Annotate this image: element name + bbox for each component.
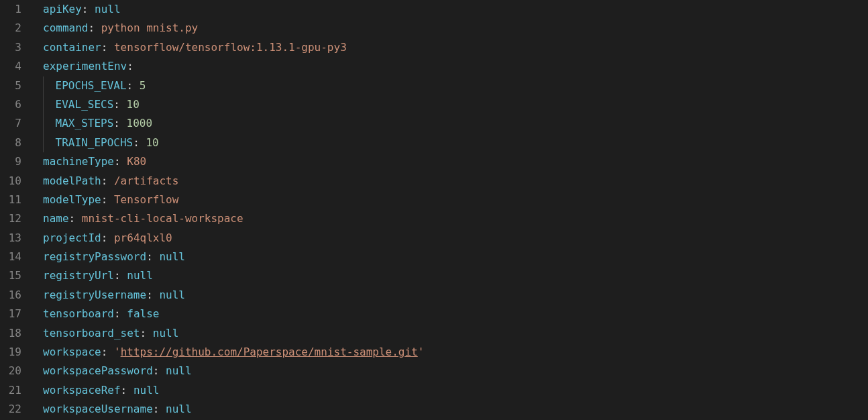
code-line[interactable]: registryUsername: null: [43, 286, 868, 305]
code-line[interactable]: tensorboard_set: null: [43, 324, 868, 343]
line-number: 11: [0, 191, 21, 209]
line-number-gutter: 12345678910111213141516171819202122: [0, 0, 34, 420]
yaml-key: registryPassword: [43, 250, 146, 263]
yaml-value: Tensorflow: [114, 193, 178, 206]
line-number: 21: [0, 381, 21, 400]
yaml-colon: :: [88, 21, 95, 34]
code-editor[interactable]: 12345678910111213141516171819202122 apiK…: [0, 0, 868, 420]
line-number: 20: [0, 362, 21, 380]
yaml-key: modelType: [43, 193, 101, 206]
yaml-value: false: [127, 307, 159, 320]
line-number: 12: [0, 209, 21, 228]
code-line[interactable]: MAX_STEPS: 1000: [43, 114, 868, 133]
yaml-key: machineType: [43, 155, 114, 168]
yaml-value: 1000: [127, 117, 153, 129]
yaml-value: pr64qlxl0: [114, 231, 172, 244]
yaml-colon: :: [101, 193, 108, 206]
code-line[interactable]: tensorboard: false: [43, 305, 868, 323]
yaml-colon: :: [133, 136, 140, 149]
yaml-key: workspace: [43, 346, 101, 358]
yaml-colon: :: [113, 98, 120, 111]
line-number: 5: [0, 76, 21, 95]
line-number: 2: [0, 19, 21, 38]
yaml-colon: :: [127, 79, 133, 92]
code-line[interactable]: workspaceUsername: null: [43, 400, 868, 419]
yaml-colon: :: [101, 231, 108, 244]
yaml-colon: :: [153, 403, 160, 415]
line-number: 3: [0, 38, 21, 57]
yaml-value: null: [159, 288, 185, 301]
code-line[interactable]: apiKey: null: [43, 0, 868, 19]
line-number: 14: [0, 248, 21, 266]
yaml-key: workspaceUsername: [43, 403, 153, 415]
code-line[interactable]: experimentEnv:: [43, 57, 868, 76]
line-number: 10: [0, 172, 21, 191]
code-line[interactable]: EPOCHS_EVAL: 5: [43, 76, 868, 95]
line-number: 1: [0, 0, 21, 19]
code-line[interactable]: name: mnist-cli-local-workspace: [43, 209, 868, 228]
code-line[interactable]: projectId: pr64qlxl0: [43, 229, 868, 248]
yaml-key: apiKey: [43, 3, 82, 15]
yaml-colon: :: [114, 155, 121, 168]
code-line[interactable]: registryUrl: null: [43, 266, 868, 285]
yaml-key: container: [43, 41, 101, 54]
yaml-colon: :: [153, 364, 160, 377]
yaml-colon: :: [146, 288, 153, 301]
yaml-colon: :: [146, 250, 153, 263]
line-number: 17: [0, 305, 21, 323]
yaml-value: null: [127, 269, 153, 282]
yaml-value: null: [159, 250, 185, 263]
yaml-colon: :: [82, 3, 89, 15]
yaml-value: 'https://github.com/Paperspace/mnist-sam…: [114, 346, 424, 358]
yaml-key: registryUrl: [43, 269, 114, 282]
url-link[interactable]: https://github.com/Paperspace/mnist-samp…: [121, 346, 418, 358]
yaml-key: modelPath: [43, 174, 101, 187]
yaml-colon: :: [114, 269, 121, 282]
yaml-value: null: [166, 403, 192, 415]
yaml-value: 10: [146, 136, 158, 149]
yaml-value: mnist-cli-local-workspace: [82, 212, 243, 225]
yaml-key: EPOCHS_EVAL: [56, 79, 127, 92]
yaml-key: TRAIN_EPOCHS: [56, 136, 133, 149]
yaml-key: name: [43, 212, 69, 225]
line-number: 8: [0, 134, 21, 152]
yaml-key: command: [43, 21, 88, 34]
yaml-value: 10: [127, 98, 140, 111]
yaml-value: tensorflow/tensorflow:1.13.1-gpu-py3: [114, 41, 347, 54]
yaml-key: workspaceRef: [43, 384, 121, 397]
line-number: 19: [0, 343, 21, 362]
line-number: 6: [0, 95, 21, 114]
yaml-colon: :: [121, 384, 127, 397]
yaml-colon: :: [69, 212, 76, 225]
code-line[interactable]: workspacePassword: null: [43, 362, 868, 380]
line-number: 22: [0, 400, 21, 419]
yaml-key: tensorboard: [43, 307, 114, 320]
code-line[interactable]: TRAIN_EPOCHS: 10: [43, 134, 868, 152]
yaml-value: K80: [127, 155, 146, 168]
line-number: 9: [0, 152, 21, 171]
yaml-colon: :: [114, 307, 121, 320]
yaml-key: MAX_STEPS: [56, 117, 114, 129]
yaml-colon: :: [101, 174, 108, 187]
code-line[interactable]: EVAL_SECS: 10: [43, 95, 868, 114]
yaml-colon: :: [140, 327, 147, 339]
code-line[interactable]: command: python mnist.py: [43, 19, 868, 38]
code-line[interactable]: modelType: Tensorflow: [43, 191, 868, 209]
code-line[interactable]: container: tensorflow/tensorflow:1.13.1-…: [43, 38, 868, 57]
line-number: 7: [0, 114, 21, 133]
line-number: 4: [0, 57, 21, 76]
yaml-value: null: [153, 327, 179, 339]
yaml-value: null: [95, 3, 121, 15]
yaml-value: python mnist.py: [101, 21, 199, 34]
code-line[interactable]: workspaceRef: null: [43, 381, 868, 400]
line-number: 16: [0, 286, 21, 305]
code-line[interactable]: workspace: 'https://github.com/Paperspac…: [43, 343, 868, 362]
yaml-colon: :: [113, 117, 120, 129]
code-line[interactable]: modelPath: /artifacts: [43, 172, 868, 191]
code-content[interactable]: apiKey: nullcommand: python mnist.pycont…: [34, 0, 868, 420]
yaml-key: workspacePassword: [43, 364, 153, 377]
code-line[interactable]: machineType: K80: [43, 152, 868, 171]
yaml-value: /artifacts: [114, 174, 178, 187]
yaml-colon: :: [101, 41, 108, 54]
code-line[interactable]: registryPassword: null: [43, 248, 868, 266]
